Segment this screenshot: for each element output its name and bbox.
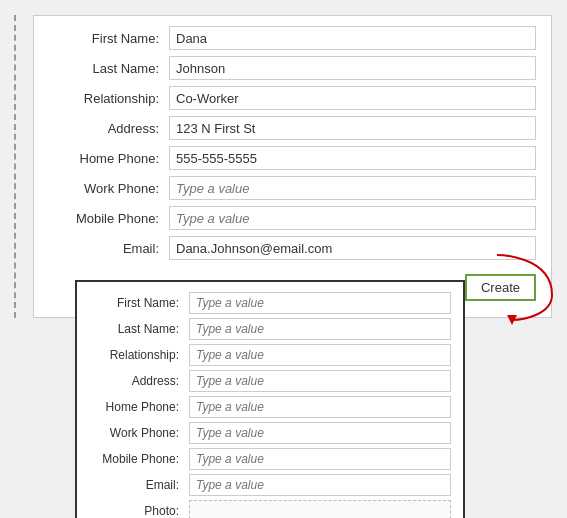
- row-first-name: First Name:: [49, 26, 536, 50]
- input-popup-address[interactable]: [189, 370, 451, 392]
- row-email: Email:: [49, 236, 536, 260]
- label-last-name: Last Name:: [49, 61, 169, 76]
- input-popup-work-phone[interactable]: [189, 422, 451, 444]
- label-popup-home-phone: Home Phone:: [89, 400, 189, 414]
- row-home-phone: Home Phone:: [49, 146, 536, 170]
- photo-row: Photo: Click here to attach an image: [89, 500, 451, 518]
- row-popup-home-phone: Home Phone:: [89, 396, 451, 418]
- input-address[interactable]: [169, 116, 536, 140]
- row-address: Address:: [49, 116, 536, 140]
- row-popup-last-name: Last Name:: [89, 318, 451, 340]
- row-popup-mobile-phone: Mobile Phone:: [89, 448, 451, 470]
- input-work-phone[interactable]: [169, 176, 536, 200]
- input-email[interactable]: [169, 236, 536, 260]
- label-relationship: Relationship:: [49, 91, 169, 106]
- label-home-phone: Home Phone:: [49, 151, 169, 166]
- dashed-border: [14, 15, 16, 318]
- row-last-name: Last Name:: [49, 56, 536, 80]
- label-address: Address:: [49, 121, 169, 136]
- row-popup-relationship: Relationship:: [89, 344, 451, 366]
- label-popup-email: Email:: [89, 478, 189, 492]
- photo-label: Photo:: [89, 500, 189, 518]
- input-first-name[interactable]: [169, 26, 536, 50]
- label-popup-relationship: Relationship:: [89, 348, 189, 362]
- input-popup-relationship[interactable]: [189, 344, 451, 366]
- red-arrow: [492, 245, 562, 325]
- input-home-phone[interactable]: [169, 146, 536, 170]
- label-first-name: First Name:: [49, 31, 169, 46]
- label-work-phone: Work Phone:: [49, 181, 169, 196]
- popup-form-fields: First Name:Last Name:Relationship:Addres…: [89, 292, 451, 496]
- input-popup-first-name[interactable]: [189, 292, 451, 314]
- input-relationship[interactable]: [169, 86, 536, 110]
- label-popup-last-name: Last Name:: [89, 322, 189, 336]
- label-mobile-phone: Mobile Phone:: [49, 211, 169, 226]
- main-form: First Name:Last Name:Relationship:Addres…: [33, 15, 552, 318]
- row-popup-work-phone: Work Phone:: [89, 422, 451, 444]
- photo-upload[interactable]: Click here to attach an image: [189, 500, 451, 518]
- row-mobile-phone: Mobile Phone:: [49, 206, 536, 230]
- label-popup-address: Address:: [89, 374, 189, 388]
- label-popup-first-name: First Name:: [89, 296, 189, 310]
- row-popup-first-name: First Name:: [89, 292, 451, 314]
- row-popup-address: Address:: [89, 370, 451, 392]
- label-popup-mobile-phone: Mobile Phone:: [89, 452, 189, 466]
- input-popup-mobile-phone[interactable]: [189, 448, 451, 470]
- label-popup-work-phone: Work Phone:: [89, 426, 189, 440]
- input-popup-last-name[interactable]: [189, 318, 451, 340]
- main-form-fields: First Name:Last Name:Relationship:Addres…: [49, 26, 536, 260]
- input-last-name[interactable]: [169, 56, 536, 80]
- row-work-phone: Work Phone:: [49, 176, 536, 200]
- label-email: Email:: [49, 241, 169, 256]
- input-popup-home-phone[interactable]: [189, 396, 451, 418]
- row-relationship: Relationship:: [49, 86, 536, 110]
- input-popup-email[interactable]: [189, 474, 451, 496]
- input-mobile-phone[interactable]: [169, 206, 536, 230]
- popup-form: First Name:Last Name:Relationship:Addres…: [75, 280, 465, 518]
- row-popup-email: Email:: [89, 474, 451, 496]
